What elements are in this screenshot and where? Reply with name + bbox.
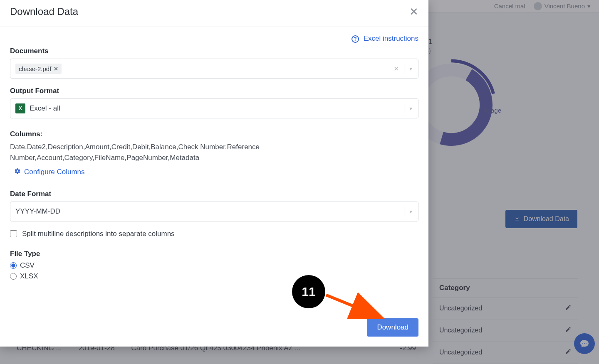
chip-remove-icon[interactable]: ✕ [54,66,58,72]
document-chip-label: chase-2.pdf [19,65,51,72]
modal-header: Download Data ✕ [0,0,428,27]
file-type-xlsx-radio[interactable] [10,273,17,280]
split-multiline-checkbox[interactable]: Split multiline descriptions into separa… [10,230,418,238]
help-icon: ? [351,35,359,43]
excel-icon: X [15,103,25,113]
output-format-value: Excel - all [30,104,60,113]
split-multiline-input[interactable] [10,230,17,237]
output-format-field: Output Format X Excel - all ▾ [10,87,418,118]
modal-body: ? Excel instructions Documents chase-2.p… [0,27,428,318]
columns-list: Date,Date2,Description,Amount,Credit,Deb… [10,142,351,164]
file-type-xlsx-label: XLSX [20,272,38,280]
documents-label: Documents [10,47,418,55]
separator [404,64,404,74]
output-format-select[interactable]: X Excel - all ▾ [10,98,418,118]
columns-field: Columns: Date,Date2,Description,Amount,C… [10,130,418,177]
separator [404,207,404,216]
close-icon: ✕ [409,5,418,18]
close-button[interactable]: ✕ [409,6,418,17]
file-type-label: File Type [10,250,418,258]
columns-label: Columns: [10,130,418,138]
excel-instructions-link[interactable]: ? Excel instructions [351,34,418,42]
download-button[interactable]: Download [367,318,418,337]
output-format-label: Output Format [10,87,418,95]
chevron-down-icon[interactable]: ▾ [409,65,412,72]
file-type-xlsx-option[interactable]: XLSX [10,272,418,280]
chevron-down-icon[interactable]: ▾ [409,208,412,215]
file-type-field: File Type CSV XLSX [10,250,418,280]
clear-icon[interactable]: ✕ [394,65,399,73]
excel-instructions-row: ? Excel instructions [10,34,418,43]
documents-field: Documents chase-2.pdf ✕ ✕ ▾ [10,47,418,79]
date-format-field: Date Format YYYY-MM-DD ▾ [10,190,418,221]
document-chip: chase-2.pdf ✕ [15,64,62,74]
excel-instructions-label: Excel instructions [364,34,418,42]
date-format-label: Date Format [10,190,418,198]
modal-footer: Download [0,318,428,347]
separator [404,103,404,113]
file-type-csv-radio[interactable] [10,262,17,269]
gear-icon [14,168,21,177]
chevron-down-icon[interactable]: ▾ [409,105,412,112]
configure-columns-link[interactable]: Configure Columns [14,168,418,177]
split-multiline-label: Split multiline descriptions into separa… [22,230,175,238]
file-type-csv-label: CSV [20,261,35,270]
documents-select[interactable]: chase-2.pdf ✕ ✕ ▾ [10,59,418,79]
configure-columns-label: Configure Columns [24,168,85,176]
date-format-select[interactable]: YYYY-MM-DD ▾ [10,202,418,221]
download-data-modal: Download Data ✕ ? Excel instructions Doc… [0,0,428,347]
file-type-csv-option[interactable]: CSV [10,261,418,270]
date-format-value: YYYY-MM-DD [15,207,60,216]
modal-title: Download Data [10,6,78,17]
